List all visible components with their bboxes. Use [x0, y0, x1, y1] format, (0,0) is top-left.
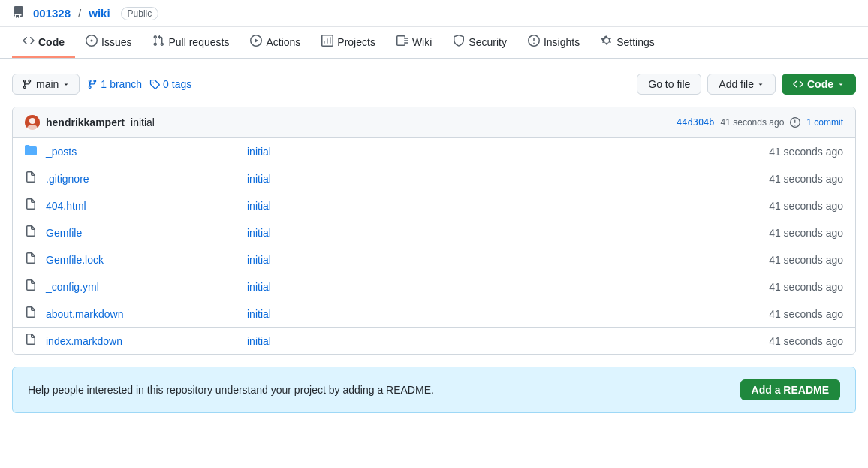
- tab-pull-requests[interactable]: Pull requests: [142, 27, 240, 58]
- tab-projects-label: Projects: [337, 36, 375, 48]
- commit-time: 41 seconds ago: [721, 117, 785, 128]
- tab-insights-label: Insights: [544, 36, 580, 48]
- file-time-posts: 41 seconds ago: [723, 146, 843, 158]
- file-icon: [25, 306, 40, 321]
- file-name-gemfile[interactable]: Gemfile: [46, 227, 241, 239]
- tag-count: 0: [163, 78, 169, 90]
- file-commit-gitignore: initial: [241, 173, 723, 185]
- tags-count-link[interactable]: 0 tags: [149, 78, 191, 90]
- repo-owner-link[interactable]: 001328: [33, 7, 71, 20]
- file-row: about.markdown initial 41 seconds ago: [13, 300, 855, 328]
- commit-count: 1 commit: [806, 117, 843, 128]
- pr-icon: [152, 35, 164, 49]
- file-table: hendrikkampert initial 44d304b 41 second…: [12, 107, 856, 355]
- file-time-gemfile-lock: 41 seconds ago: [723, 254, 843, 266]
- tag-text: tags: [172, 78, 191, 90]
- file-row: .gitignore initial 41 seconds ago: [13, 165, 855, 192]
- branch-count-link[interactable]: 1 branch: [87, 78, 142, 90]
- tab-issues-label: Issues: [101, 36, 131, 48]
- add-file-label: Add file: [719, 78, 754, 90]
- go-to-file-button[interactable]: Go to file: [637, 74, 701, 95]
- visibility-badge: Public: [121, 7, 159, 20]
- avatar: [25, 115, 40, 130]
- toolbar-left: main 1 branch 0 tags: [12, 74, 191, 95]
- commit-count-link[interactable]: 1 commit: [806, 117, 843, 128]
- readme-banner-text: Help people interested in this repositor…: [28, 384, 434, 396]
- file-commit-config: initial: [241, 281, 723, 293]
- toolbar: main 1 branch 0 tags Go to file Add file: [12, 74, 856, 95]
- tab-settings-label: Settings: [616, 36, 655, 48]
- tab-actions[interactable]: Actions: [240, 27, 311, 58]
- file-time-404: 41 seconds ago: [723, 200, 843, 212]
- issues-icon: [86, 35, 98, 49]
- file-commit-gemfile-lock: initial: [241, 254, 723, 266]
- tab-pr-label: Pull requests: [168, 36, 229, 48]
- file-commit-index: initial: [241, 335, 723, 347]
- readme-banner: Help people interested in this repositor…: [12, 367, 856, 413]
- file-name-gemfile-lock[interactable]: Gemfile.lock: [46, 254, 241, 266]
- branch-text: branch: [110, 78, 142, 90]
- file-icon: [25, 252, 40, 267]
- folder-icon: [25, 144, 40, 159]
- branch-count: 1: [101, 78, 107, 90]
- settings-icon: [601, 35, 613, 49]
- file-row: _posts initial 41 seconds ago: [13, 138, 855, 165]
- file-name-about[interactable]: about.markdown: [46, 308, 241, 320]
- add-file-button[interactable]: Add file: [707, 74, 776, 95]
- svg-point-1: [29, 118, 35, 124]
- file-row: index.markdown initial 41 seconds ago: [13, 328, 855, 354]
- tab-wiki-label: Wiki: [412, 36, 432, 48]
- actions-icon: [250, 35, 262, 49]
- file-name-posts[interactable]: _posts: [46, 146, 241, 158]
- tab-wiki[interactable]: Wiki: [386, 27, 442, 58]
- repo-separator: /: [78, 7, 81, 20]
- repo-header: 001328 / wiki Public: [0, 0, 868, 27]
- file-name-404[interactable]: 404.html: [46, 200, 241, 212]
- tab-security-label: Security: [469, 36, 507, 48]
- file-row: _config.yml initial 41 seconds ago: [13, 273, 855, 300]
- code-icon: [23, 35, 35, 49]
- repo-icon: [12, 6, 24, 20]
- commit-hash-link[interactable]: 44d304b: [677, 117, 715, 128]
- file-time-config: 41 seconds ago: [723, 281, 843, 293]
- commit-info-row: hendrikkampert initial 44d304b 41 second…: [13, 107, 855, 138]
- tab-issues[interactable]: Issues: [75, 27, 142, 58]
- file-time-index: 41 seconds ago: [723, 335, 843, 347]
- add-readme-button[interactable]: Add a README: [740, 379, 840, 400]
- file-time-gitignore: 41 seconds ago: [723, 173, 843, 185]
- file-row: 404.html initial 41 seconds ago: [13, 192, 855, 219]
- file-time-gemfile: 41 seconds ago: [723, 227, 843, 239]
- file-icon: [25, 198, 40, 213]
- file-name-index[interactable]: index.markdown: [46, 335, 241, 347]
- tab-settings[interactable]: Settings: [590, 27, 665, 58]
- wiki-icon: [396, 35, 408, 49]
- code-button-label: Code: [807, 78, 833, 90]
- tab-security[interactable]: Security: [442, 27, 517, 58]
- commit-author[interactable]: hendrikkampert: [46, 116, 125, 128]
- file-icon: [25, 279, 40, 294]
- toolbar-right: Go to file Add file Code: [637, 74, 856, 95]
- projects-icon: [321, 35, 333, 49]
- file-icon: [25, 225, 40, 240]
- tab-projects[interactable]: Projects: [311, 27, 386, 58]
- file-commit-posts: initial: [241, 146, 723, 158]
- tab-code[interactable]: Code: [12, 27, 75, 58]
- file-commit-gemfile: initial: [241, 227, 723, 239]
- file-row: Gemfile.lock initial 41 seconds ago: [13, 246, 855, 273]
- file-commit-404: initial: [241, 200, 723, 212]
- commit-message: initial: [131, 116, 155, 128]
- commit-right: 44d304b 41 seconds ago 1 commit: [677, 117, 843, 128]
- tab-insights[interactable]: Insights: [517, 27, 590, 58]
- file-row: Gemfile initial 41 seconds ago: [13, 219, 855, 246]
- repo-name-link[interactable]: wiki: [89, 7, 110, 20]
- nav-tabs: Code Issues Pull requests Actions Projec…: [0, 27, 868, 59]
- branch-name: main: [36, 78, 59, 90]
- branch-selector[interactable]: main: [12, 74, 80, 95]
- file-icon: [25, 171, 40, 186]
- main-content: main 1 branch 0 tags Go to file Add file: [0, 59, 868, 428]
- code-button[interactable]: Code: [782, 74, 856, 95]
- file-time-about: 41 seconds ago: [723, 308, 843, 320]
- file-name-config[interactable]: _config.yml: [46, 281, 241, 293]
- file-name-gitignore[interactable]: .gitignore: [46, 173, 241, 185]
- insights-icon: [528, 35, 540, 49]
